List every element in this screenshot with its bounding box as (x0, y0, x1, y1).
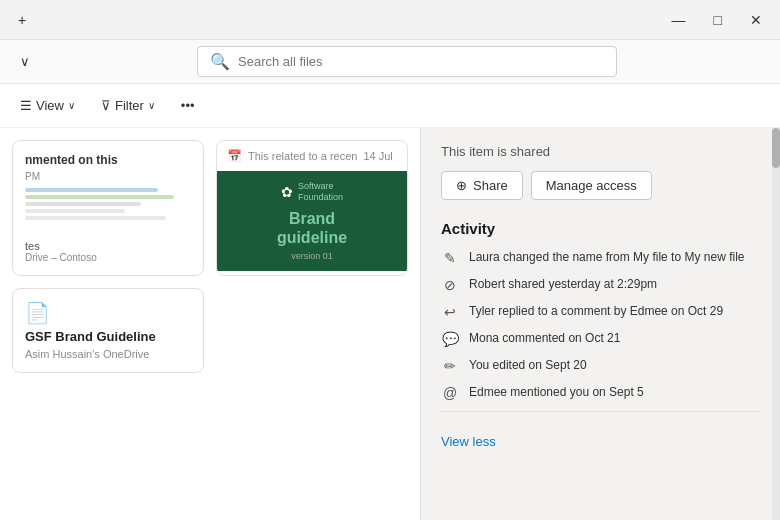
gsf-brand-card[interactable]: 📄 GSF Brand Guideline Asim Hussain's One… (12, 288, 204, 373)
minimize-button[interactable]: — (666, 8, 692, 32)
right-panel: This item is shared ⊕ Share Manage acces… (420, 128, 780, 520)
more-options-button[interactable]: ••• (173, 95, 203, 116)
commented-time: PM (25, 171, 191, 182)
main-container: nmented on this PM tes Drive – Contoso 📅… (0, 128, 780, 520)
right-panel-content: This item is shared ⊕ Share Manage acces… (421, 128, 780, 520)
view-label: View (36, 98, 64, 113)
view-less-button[interactable]: View less (441, 422, 760, 453)
activity-title: Activity (441, 220, 760, 237)
share-button[interactable]: ⊕ Share (441, 171, 523, 200)
view-chevron-icon: ∨ (68, 100, 75, 111)
filter-chevron-icon: ∨ (148, 100, 155, 111)
share-icon: ⊕ (456, 178, 467, 193)
activity-text-2: Tyler replied to a comment by Edmee on O… (469, 303, 760, 320)
manage-access-button[interactable]: Manage access (531, 171, 652, 200)
line-1 (25, 188, 158, 192)
brand-card-date: 14 Jul (363, 150, 392, 162)
title-bar: + — □ ✕ (0, 0, 780, 40)
title-bar-controls: — □ ✕ (666, 8, 768, 32)
more-icon: ••• (181, 98, 195, 113)
pdf-icon: 📄 (25, 301, 191, 325)
close-button[interactable]: ✕ (744, 8, 768, 32)
shared-label: This item is shared (441, 144, 760, 159)
gsf-card-title: GSF Brand Guideline (25, 329, 191, 344)
filter-label: Filter (115, 98, 144, 113)
card-bottom-sub: Drive – Contoso (25, 252, 191, 263)
activity-text-4: You edited on Sept 20 (469, 357, 760, 374)
brand-version: version 01 (291, 251, 333, 261)
activity-text-1: Robert shared yesterday at 2:29pm (469, 276, 760, 293)
filter-icon: ⊽ (101, 98, 111, 113)
share-button-label: Share (473, 178, 508, 193)
reply-icon: ↩ (441, 304, 459, 320)
brand-card-title: This related to a recen (248, 150, 357, 162)
comment-icon: 💬 (441, 331, 459, 347)
brand-guideline-card[interactable]: 📅 This related to a recen 14 Jul ✿ Softw… (216, 140, 408, 276)
new-tab-button[interactable]: + (12, 8, 32, 32)
activity-item-5: @ Edmee mentioned you on Sept 5 (441, 384, 760, 401)
commented-card[interactable]: nmented on this PM tes Drive – Contoso (12, 140, 204, 276)
rename-icon: ✎ (441, 250, 459, 266)
filter-button[interactable]: ⊽ Filter ∨ (93, 95, 163, 116)
search-icon: 🔍 (210, 52, 230, 71)
gsf-card-subtitle: Asim Hussain's OneDrive (25, 348, 191, 360)
brand-text: Brandguideline (277, 209, 347, 247)
action-buttons: ⊕ Share Manage access (441, 171, 760, 200)
calendar-icon: 📅 (227, 149, 242, 163)
line-3 (25, 202, 141, 206)
brand-logo-icon: ✿ (281, 184, 293, 200)
scrollbar-track[interactable] (772, 128, 780, 520)
title-bar-left: + (12, 8, 32, 32)
card-bottom-label: tes (25, 240, 191, 252)
left-panel: nmented on this PM tes Drive – Contoso 📅… (0, 128, 420, 520)
commented-lines (25, 188, 191, 220)
mention-icon: @ (441, 385, 459, 401)
line-2 (25, 195, 174, 199)
cards-area: nmented on this PM tes Drive – Contoso 📅… (0, 128, 420, 385)
brand-image: ✿ SoftwareFoundation Brandguideline vers… (217, 171, 407, 271)
activity-item-2: ↩ Tyler replied to a comment by Edmee on… (441, 303, 760, 320)
scrollbar-thumb[interactable] (772, 128, 780, 168)
view-button[interactable]: ☰ View ∨ (12, 95, 83, 116)
activity-item-1: ⊘ Robert shared yesterday at 2:29pm (441, 276, 760, 293)
edit-icon: ✏ (441, 358, 459, 374)
toolbar: ∨ 🔍 (0, 40, 780, 84)
brand-card-header: 📅 This related to a recen 14 Jul (217, 141, 407, 171)
maximize-button[interactable]: □ (708, 8, 728, 32)
activity-list: ✎ Laura changed the name from My file to… (441, 249, 760, 401)
activity-text-3: Mona commented on Oct 21 (469, 330, 760, 347)
brand-org-name: SoftwareFoundation (298, 181, 343, 203)
activity-item-3: 💬 Mona commented on Oct 21 (441, 330, 760, 347)
search-input[interactable] (238, 54, 604, 69)
activity-item-4: ✏ You edited on Sept 20 (441, 357, 760, 374)
list-icon: ☰ (20, 98, 32, 113)
share-activity-icon: ⊘ (441, 277, 459, 293)
activity-item-0: ✎ Laura changed the name from My file to… (441, 249, 760, 266)
line-5 (25, 216, 166, 220)
commented-header: nmented on this (25, 153, 191, 167)
activity-text-0: Laura changed the name from My file to M… (469, 249, 760, 266)
search-bar: 🔍 (197, 46, 617, 77)
chevron-down-icon: ∨ (20, 54, 30, 69)
line-4 (25, 209, 125, 213)
activity-text-5: Edmee mentioned you on Sept 5 (469, 384, 760, 401)
toolbar-dropdown[interactable]: ∨ (12, 50, 38, 73)
divider (441, 411, 760, 412)
filter-bar: ☰ View ∨ ⊽ Filter ∨ ••• (0, 84, 780, 128)
